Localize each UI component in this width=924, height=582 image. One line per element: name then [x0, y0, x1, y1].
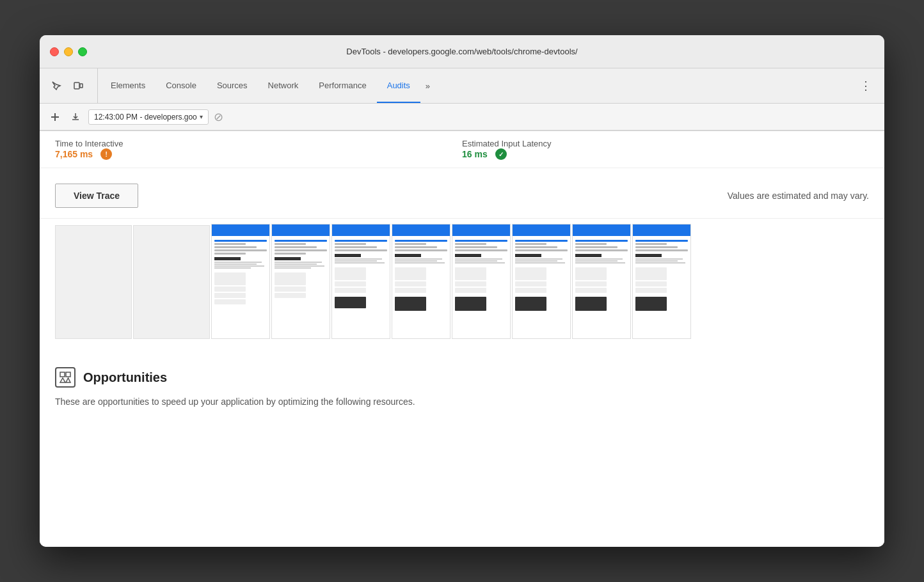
- title-bar: DevTools - developers.google.com/web/too…: [40, 35, 884, 68]
- time-to-interactive-metric: Time to Interactive 7,165 ms !: [55, 139, 462, 160]
- filmstrip: [55, 224, 869, 339]
- opportunities-section: Opportunities These are opportunities to…: [40, 354, 884, 421]
- filmstrip-frame-3: [331, 224, 390, 339]
- frame-thumbnail-7: [573, 224, 630, 338]
- frame-thumbnail-5: [452, 224, 510, 338]
- tti-value: 7,165 ms: [55, 149, 93, 159]
- view-trace-button[interactable]: View Trace: [55, 184, 138, 208]
- eil-value-row: 16 ms ✓: [462, 148, 869, 160]
- filmstrip-section: [40, 219, 884, 354]
- filmstrip-empty-1: [55, 225, 132, 339]
- close-button[interactable]: [50, 47, 59, 56]
- traffic-lights: [50, 47, 87, 56]
- filmstrip-frame-2: [271, 224, 330, 339]
- tab-icon-group: [47, 68, 98, 103]
- estimated-note: Values are estimated and may vary.: [728, 191, 869, 201]
- tab-console[interactable]: Console: [155, 68, 207, 103]
- svg-rect-2: [60, 372, 65, 377]
- download-button[interactable]: [68, 109, 83, 125]
- filmstrip-frame-8: [632, 224, 691, 339]
- opportunities-icon: [55, 367, 76, 388]
- filmstrip-empty-2: [133, 225, 210, 339]
- eil-label: Estimated Input Latency: [462, 139, 869, 148]
- opportunities-title: Opportunities: [83, 370, 167, 385]
- filmstrip-frame-4: [392, 224, 450, 339]
- filmstrip-frame-5: [452, 224, 511, 339]
- filmstrip-frame-6: [512, 224, 571, 339]
- opportunities-description: These are opportunities to speed up your…: [55, 395, 869, 409]
- frame-thumbnail-6: [513, 224, 570, 338]
- tti-value-row: 7,165 ms !: [55, 148, 462, 160]
- eil-value: 16 ms: [462, 149, 488, 159]
- tab-more[interactable]: »: [420, 68, 435, 103]
- eil-badge: ✓: [495, 148, 507, 160]
- opportunities-header: Opportunities: [55, 367, 869, 388]
- tab-menu-dots[interactable]: ⋮: [855, 68, 877, 103]
- tab-elements[interactable]: Elements: [100, 68, 155, 103]
- filmstrip-frame-1: [211, 224, 270, 339]
- minimize-button[interactable]: [64, 47, 73, 56]
- frame-thumbnail-3: [332, 224, 390, 338]
- tab-sources[interactable]: Sources: [207, 68, 258, 103]
- tti-badge: !: [100, 148, 112, 160]
- main-content: Time to Interactive 7,165 ms ! Estimated…: [40, 131, 884, 547]
- devtools-window: DevTools - developers.google.com/web/too…: [40, 35, 884, 547]
- block-icon: ⊘: [214, 110, 223, 124]
- tab-performance[interactable]: Performance: [308, 68, 376, 103]
- window-title: DevTools - developers.google.com/web/too…: [346, 47, 577, 56]
- audit-selector[interactable]: 12:43:00 PM - developers.goo ▾: [88, 109, 209, 125]
- frame-thumbnail-1: [212, 224, 269, 338]
- tti-label: Time to Interactive: [55, 139, 462, 148]
- add-audit-button[interactable]: [47, 109, 63, 125]
- device-toggle-icon[interactable]: [69, 77, 87, 95]
- trace-section: View Trace Values are estimated and may …: [40, 168, 884, 219]
- audit-selector-arrow: ▾: [200, 113, 203, 120]
- svg-rect-1: [80, 84, 83, 88]
- svg-rect-3: [66, 372, 70, 377]
- estimated-input-latency-metric: Estimated Input Latency 16 ms ✓: [462, 139, 869, 160]
- tab-audits[interactable]: Audits: [377, 68, 420, 103]
- filmstrip-frame-7: [572, 224, 631, 339]
- toolbar-row: 12:43:00 PM - developers.goo ▾ ⊘: [40, 104, 884, 130]
- devtools-header: Elements Console Sources Network Perform…: [40, 68, 884, 131]
- frame-thumbnail-2: [272, 224, 330, 338]
- frame-thumbnail-8: [633, 224, 690, 338]
- metrics-bar: Time to Interactive 7,165 ms ! Estimated…: [40, 131, 884, 168]
- tabs-row: Elements Console Sources Network Perform…: [40, 68, 884, 104]
- svg-rect-0: [74, 83, 79, 89]
- maximize-button[interactable]: [78, 47, 87, 56]
- inspector-icon[interactable]: [47, 77, 65, 95]
- tab-network[interactable]: Network: [258, 68, 309, 103]
- frame-thumbnail-4: [392, 224, 450, 338]
